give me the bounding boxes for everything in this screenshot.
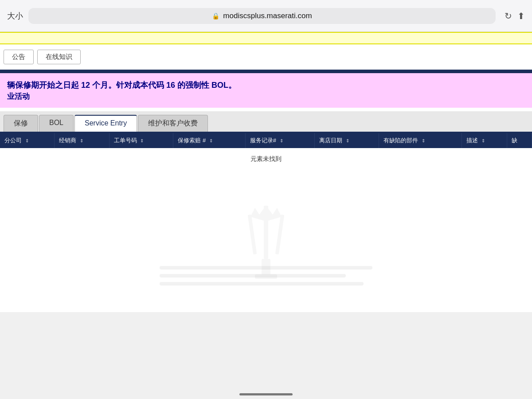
svg-rect-2 [275, 215, 284, 254]
tab-maintenance[interactable]: 维护和客户收费 [138, 115, 208, 132]
url-text: modiscsplus.maserati.com [223, 12, 312, 20]
announcement-line1: 辆保修期开始之日起 12 个月。针对成本代码 16 的强制性 BOL。 [7, 79, 525, 91]
tab-bol[interactable]: BOL [39, 115, 74, 132]
size-button[interactable]: 大小 [7, 11, 23, 21]
col-dealer[interactable]: 经销商 ⇕ [55, 133, 109, 148]
sort-arrows-branch: ⇕ [25, 138, 29, 143]
sort-arrows-warranty-claim: ⇕ [209, 138, 213, 143]
sort-arrows-defective-parts: ⇕ [422, 138, 425, 143]
sort-arrows-dealer: ⇕ [80, 138, 83, 143]
col-defect[interactable]: 缺 [507, 133, 532, 148]
sort-arrows-departure-date: ⇕ [346, 138, 349, 143]
data-table-wrapper: 分公司 ⇕ 经销商 ⇕ 工单号码 ⇕ 保修索赔 # ⇕ [0, 133, 532, 170]
empty-message: 元素未找到 [0, 148, 532, 170]
col-service-record[interactable]: 服务记录# ⇕ [245, 133, 315, 148]
announcement-line2: 业活动 [7, 91, 525, 102]
sort-arrows-description: ⇕ [481, 138, 485, 143]
loading-line-2 [160, 274, 346, 278]
tab-warranty[interactable]: 保修 [4, 115, 38, 132]
col-defective-parts[interactable]: 有缺陷的部件 ⇕ [379, 133, 462, 148]
empty-row: 元素未找到 [0, 148, 532, 170]
table-header-row: 分公司 ⇕ 经销商 ⇕ 工单号码 ⇕ 保修索赔 # ⇕ [0, 133, 532, 148]
data-table: 分公司 ⇕ 经销商 ⇕ 工单号码 ⇕ 保修索赔 # ⇕ [0, 133, 532, 170]
loading-line-1 [160, 266, 372, 270]
dark-header-bar [0, 70, 532, 73]
page-content: 公告 在线知识 辆保修期开始之日起 12 个月。针对成本代码 16 的强制性 B… [0, 44, 532, 312]
notification-bar [0, 32, 532, 44]
col-warranty-claim[interactable]: 保修索赔 # ⇕ [173, 133, 245, 148]
tab-bar: 保修 BOL Service Entry 维护和客户收费 [0, 111, 532, 133]
lock-icon: 🔒 [212, 12, 219, 20]
col-branch[interactable]: 分公司 ⇕ [0, 133, 55, 148]
loading-lines [160, 266, 372, 286]
sort-arrows-work-order: ⇕ [140, 138, 144, 143]
announcements-button[interactable]: 公告 [4, 50, 34, 64]
col-departure-date[interactable]: 离店日期 ⇕ [315, 133, 379, 148]
browser-chrome: 大小 🔒 modiscsplus.maserati.com ↻ ⬆ [0, 0, 532, 32]
loading-line-3 [160, 282, 364, 286]
tab-service-entry[interactable]: Service Entry [74, 115, 137, 132]
address-bar[interactable]: 🔒 modiscsplus.maserati.com [28, 8, 496, 24]
sort-arrows-service-record: ⇕ [280, 138, 283, 143]
svg-marker-5 [250, 206, 282, 221]
col-description[interactable]: 描述 ⇕ [462, 133, 507, 148]
col-work-order[interactable]: 工单号码 ⇕ [109, 133, 173, 148]
top-nav: 公告 在线知识 [0, 44, 532, 70]
reload-button[interactable]: ↻ [505, 11, 512, 21]
share-button[interactable]: ⬆ [517, 11, 525, 21]
svg-rect-1 [248, 215, 257, 254]
announcement-section: 辆保修期开始之日起 12 个月。针对成本代码 16 的强制性 BOL。 业活动 [0, 73, 532, 108]
watermark-area [0, 170, 532, 312]
home-indicator [239, 393, 293, 395]
online-knowledge-button[interactable]: 在线知识 [37, 50, 81, 64]
